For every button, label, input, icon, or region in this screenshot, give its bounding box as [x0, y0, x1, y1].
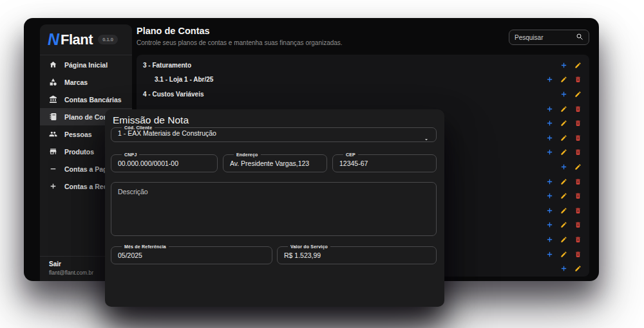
add-icon[interactable]: [560, 265, 567, 272]
delete-icon[interactable]: [574, 236, 582, 243]
delete-icon[interactable]: [574, 149, 582, 156]
delete-icon[interactable]: [574, 120, 582, 127]
account-row: 3 - Faturamento: [137, 58, 589, 73]
search-box[interactable]: [509, 30, 589, 45]
descricao-field-group: [111, 182, 437, 236]
sidebar-item-contas-bancarias[interactable]: Contas Bancárias: [40, 91, 132, 108]
edit-icon[interactable]: [574, 265, 582, 272]
add-icon[interactable]: [560, 91, 567, 98]
page-subtitle: Controle seus planos de contas e mantenh…: [137, 39, 343, 46]
sidebar-item-label: Produtos: [64, 148, 94, 156]
search-icon: [576, 32, 583, 43]
delete-icon[interactable]: [574, 134, 582, 141]
add-icon[interactable]: [546, 221, 553, 228]
cnpj-label: CNPJ: [122, 152, 139, 157]
endereco-input[interactable]: [230, 159, 320, 168]
add-icon[interactable]: [546, 251, 553, 258]
add-icon[interactable]: [546, 105, 553, 113]
minus-icon: [49, 165, 57, 173]
sidebar-item-label: Página Inicial: [64, 61, 108, 69]
account-label: 4 - Custos Variáveis: [143, 91, 204, 98]
endereco-label: Endereço: [234, 152, 261, 157]
delete-icon[interactable]: [574, 105, 582, 113]
cep-input[interactable]: [339, 159, 430, 168]
account-actions: [546, 236, 582, 243]
account-actions: [560, 265, 582, 272]
add-icon[interactable]: [560, 163, 567, 170]
mes-referencia-label: Mês de Referência: [122, 244, 169, 249]
people-icon: [49, 130, 57, 138]
sidebar-item-label: Marcas: [64, 78, 88, 86]
edit-icon[interactable]: [560, 120, 567, 127]
descricao-textarea[interactable]: [111, 183, 436, 235]
account-actions: [560, 163, 582, 170]
account-actions: [546, 178, 582, 185]
delete-icon[interactable]: [574, 76, 582, 83]
add-icon[interactable]: [546, 76, 553, 83]
plus-icon: [49, 182, 57, 190]
version-badge: 0.1.0: [98, 35, 118, 44]
account-row: 3.1 - Loja 1 - Abr/25: [137, 73, 589, 87]
account-row: 4 - Custos Variáveis: [137, 87, 589, 102]
edit-icon[interactable]: [560, 251, 567, 258]
account-label: 3 - Faturamento: [143, 62, 191, 69]
account-actions: [546, 251, 582, 258]
add-icon[interactable]: [546, 134, 553, 141]
add-icon[interactable]: [546, 236, 553, 243]
bank-icon: [49, 95, 57, 104]
account-actions: [546, 192, 582, 199]
cliente-value: 1 - EAX Materiais de Construção: [118, 129, 430, 138]
add-icon[interactable]: [546, 149, 553, 156]
edit-icon[interactable]: [574, 62, 582, 69]
cnpj-field-group: CNPJ: [111, 152, 218, 172]
delete-icon[interactable]: [574, 251, 582, 258]
edit-icon[interactable]: [574, 163, 582, 170]
account-label: 3.1 - Loja 1 - Abr/25: [155, 76, 213, 83]
account-actions: [560, 91, 582, 98]
invoice-modal: Emissão de Nota Cód. Cliente 1 - EAX Mat…: [105, 109, 444, 307]
cliente-select[interactable]: Cód. Cliente 1 - EAX Materiais de Constr…: [111, 125, 437, 142]
edit-icon[interactable]: [560, 105, 567, 113]
search-input[interactable]: [515, 34, 576, 41]
edit-icon[interactable]: [560, 207, 567, 214]
home-icon: [49, 60, 57, 69]
sidebar-item-label: Contas Bancárias: [64, 96, 122, 104]
edit-icon[interactable]: [574, 91, 582, 98]
shapes-icon: [49, 78, 57, 86]
edit-icon[interactable]: [560, 178, 567, 185]
valor-servico-field-group: Valor do Serviço: [277, 244, 437, 264]
add-icon[interactable]: [560, 62, 567, 69]
account-actions: [546, 149, 582, 156]
page-title: Plano de Contas: [137, 26, 210, 36]
edit-icon[interactable]: [560, 149, 567, 156]
delete-icon[interactable]: [574, 207, 582, 214]
cnpj-input[interactable]: [118, 159, 211, 168]
logo-text: Flant: [61, 33, 93, 47]
endereco-field-group: Endereço: [223, 152, 327, 172]
mes-referencia-input[interactable]: [118, 251, 265, 260]
cep-label: CEP: [343, 152, 358, 157]
edit-icon[interactable]: [560, 236, 567, 243]
add-icon[interactable]: [546, 192, 553, 199]
mes-referencia-field-group: Mês de Referência: [111, 244, 272, 264]
add-icon[interactable]: [546, 207, 553, 214]
delete-icon[interactable]: [574, 178, 582, 185]
modal-title: Emissão de Nota: [113, 114, 189, 126]
add-icon[interactable]: [546, 120, 553, 127]
account-actions: [546, 105, 582, 113]
edit-icon[interactable]: [560, 192, 567, 199]
chevron-down-icon[interactable]: [423, 134, 430, 145]
logo: N Flant 0.1.0: [40, 24, 132, 55]
delete-icon[interactable]: [574, 221, 582, 228]
sidebar-item-marcas[interactable]: Marcas: [40, 73, 132, 91]
add-icon[interactable]: [546, 178, 553, 185]
account-actions: [560, 62, 582, 69]
cep-field-group: CEP: [332, 152, 437, 172]
notebook-icon: [49, 113, 57, 121]
edit-icon[interactable]: [560, 134, 567, 141]
sidebar-item-pagina-inicial[interactable]: Página Inicial: [40, 56, 132, 73]
edit-icon[interactable]: [560, 76, 567, 83]
delete-icon[interactable]: [574, 192, 582, 199]
valor-servico-input[interactable]: [284, 251, 430, 260]
edit-icon[interactable]: [560, 221, 567, 228]
